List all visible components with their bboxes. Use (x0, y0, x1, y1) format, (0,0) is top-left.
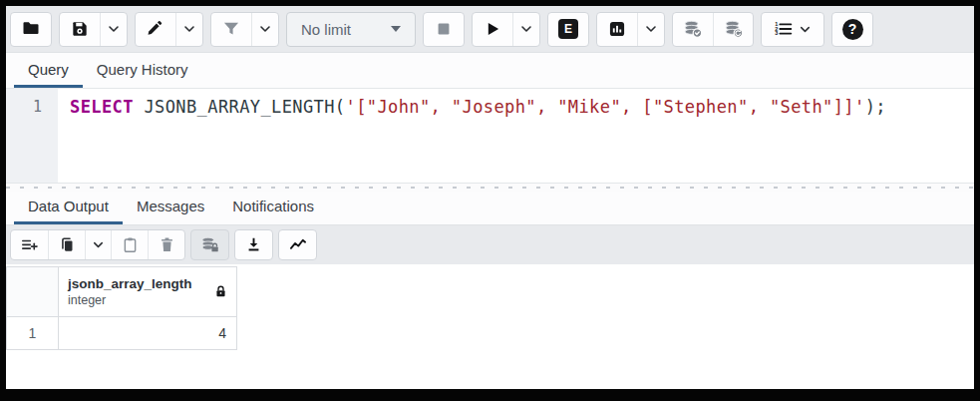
sql-string: '["John", "Joseph", "Mike", ["Stephen", … (346, 97, 865, 117)
tab-data-output[interactable]: Data Output (14, 192, 123, 224)
play-icon (483, 19, 502, 39)
copy-icon (58, 235, 77, 254)
explain-dropdown-button[interactable] (637, 13, 664, 46)
graph-group (278, 229, 317, 260)
row-limit-select[interactable]: No limit (286, 12, 416, 47)
lock-icon (213, 284, 228, 299)
download-group (234, 229, 273, 260)
paste-icon (121, 235, 140, 254)
tab-notifications[interactable]: Notifications (218, 192, 328, 224)
main-toolbar: No limit E (6, 6, 974, 53)
commit-button[interactable] (673, 13, 713, 46)
line-number: 1 (33, 98, 42, 116)
result-header-row: jsonb_array_length integer (7, 267, 237, 317)
paste-button[interactable] (111, 230, 148, 259)
macro-group: 123 (761, 12, 824, 47)
download-results-button[interactable] (235, 230, 272, 259)
save-data-group (190, 229, 229, 260)
execute-group (472, 12, 540, 47)
chevron-down-icon (798, 22, 813, 37)
explain-button[interactable]: E (548, 13, 588, 46)
stop-group (423, 12, 465, 47)
tab-query-history[interactable]: Query History (83, 55, 202, 88)
chevron-down-icon (518, 21, 534, 37)
tab-query[interactable]: Query (14, 55, 83, 88)
filter-dropdown-button[interactable] (251, 13, 278, 46)
sql-function: JSONB_ARRAY_LENGTH( (134, 97, 346, 117)
tab-query-history-label: Query History (97, 61, 188, 78)
caret-down-icon (391, 26, 401, 32)
add-row-button[interactable] (11, 230, 48, 259)
explain-analyze-icon (607, 19, 627, 39)
sql-editor[interactable]: 1 SELECT JSONB_ARRAY_LENGTH('["John", "J… (6, 89, 974, 183)
execute-dropdown-button[interactable] (512, 13, 539, 46)
save-button[interactable] (60, 13, 100, 46)
editor-gutter: 1 (6, 89, 58, 183)
chevron-down-icon (91, 237, 106, 252)
add-row-icon (20, 235, 39, 254)
result-value-cell[interactable]: 4 (59, 317, 237, 350)
column-header-jsonb-array-length[interactable]: jsonb_array_length integer (59, 267, 237, 317)
save-dropdown-button[interactable] (100, 13, 127, 46)
rollback-button[interactable] (713, 13, 753, 46)
cancel-query-button[interactable] (424, 13, 464, 46)
query-tool-window: No limit E (0, 0, 980, 401)
copy-dropdown-button[interactable] (85, 230, 111, 259)
graph-visualiser-button[interactable] (279, 230, 316, 259)
filter-icon (221, 19, 241, 39)
explain-analyze-button[interactable] (597, 13, 637, 46)
tab-messages[interactable]: Messages (123, 192, 218, 224)
explain-badge: E (558, 19, 578, 39)
chevron-down-icon (181, 21, 197, 37)
panel-splitter[interactable] (6, 183, 974, 192)
tab-query-label: Query (28, 61, 69, 78)
column-type: integer (68, 292, 192, 309)
sql-keyword: SELECT (70, 97, 134, 117)
help-group: ? (831, 12, 873, 47)
explain-analyze-group (596, 12, 665, 47)
table-row: 1 4 (7, 317, 237, 350)
filter-group (210, 12, 279, 47)
svg-text:3: 3 (775, 30, 778, 36)
result-table: jsonb_array_length integer 1 4 (6, 266, 237, 350)
save-group (59, 12, 128, 47)
save-data-db-lock-icon (199, 234, 220, 255)
edit-dropdown-button[interactable] (175, 13, 202, 46)
data-output-panel: jsonb_array_length integer 1 4 (6, 264, 974, 389)
help-button[interactable]: ? (832, 13, 872, 46)
splitter-dots (6, 187, 974, 189)
open-file-button[interactable] (11, 13, 51, 46)
sql-code-line[interactable]: SELECT JSONB_ARRAY_LENGTH('["John", "Jos… (58, 89, 974, 183)
rollback-db-undo-icon (723, 18, 745, 40)
commit-db-check-icon (682, 18, 704, 40)
filter-button[interactable] (211, 13, 251, 46)
edit-pencil-icon (146, 19, 165, 39)
chevron-down-icon (106, 21, 122, 37)
copy-button[interactable] (48, 230, 85, 259)
folder-icon (21, 19, 41, 39)
row-limit-value: No limit (301, 21, 351, 38)
download-icon (244, 235, 263, 254)
transaction-group (672, 12, 754, 47)
help-icon: ? (842, 19, 863, 40)
graph-visualiser-icon (288, 235, 308, 255)
sql-terminator: ); (865, 97, 886, 117)
grid-corner-cell[interactable] (7, 267, 59, 317)
tab-notifications-label: Notifications (232, 198, 314, 214)
edit-button[interactable] (136, 13, 175, 46)
results-toolbar (6, 224, 974, 264)
edit-rows-group (10, 229, 185, 260)
tab-data-output-label: Data Output (28, 198, 109, 214)
execute-button[interactable] (473, 13, 512, 46)
output-tabbar: Data Output Messages Notifications (6, 192, 974, 224)
chevron-down-icon (257, 21, 273, 37)
macro-button[interactable]: 123 (762, 13, 823, 46)
delete-row-button[interactable] (148, 230, 184, 259)
save-data-changes-button[interactable] (191, 230, 228, 259)
row-number-cell[interactable]: 1 (7, 317, 59, 350)
delete-trash-icon (158, 235, 176, 254)
editor-tabbar: Query Query History (6, 53, 974, 89)
chevron-down-icon (643, 21, 659, 37)
edit-group (135, 12, 203, 47)
save-icon (70, 19, 90, 39)
